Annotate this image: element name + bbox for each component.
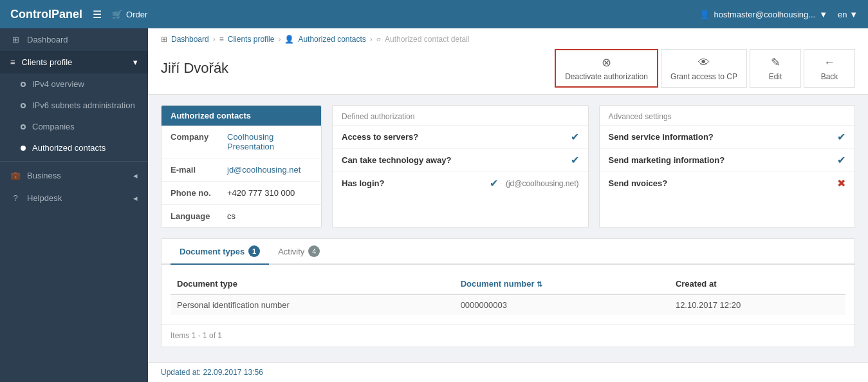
- auth-check-servers: [571, 131, 579, 143]
- helpdesk-icon: ?: [10, 193, 21, 203]
- company-label: Company: [171, 132, 222, 142]
- contact-card: Authorized contacts Company Coolhousing …: [161, 105, 322, 228]
- user-menu[interactable]: 👤 hostmaster@coolhousing... ▼: [699, 10, 827, 19]
- cart-icon: 🛒: [112, 10, 122, 19]
- page-content: Authorized contacts Company Coolhousing …: [148, 95, 868, 362]
- breadcrumb-current: Authorized contact detail: [385, 35, 469, 44]
- auth-label-technology: Can take technology away?: [342, 155, 566, 165]
- sidebar-clients-label: Clients profile: [22, 57, 73, 67]
- advanced-label-service: Send service information?: [609, 132, 833, 142]
- col-doc-type-label: Document type: [177, 279, 237, 289]
- advanced-row-service: Send service information?: [600, 126, 855, 149]
- main-layout: ⊞ Dashboard ≡ Clients profile ▾ IPv4 ove…: [0, 28, 868, 382]
- menu-icon[interactable]: ☰: [93, 8, 102, 21]
- app-logo: ControlPanel: [10, 8, 82, 21]
- sort-icon: ⇅: [537, 280, 542, 288]
- auth-label-servers: Access to servers?: [342, 132, 566, 142]
- breadcrumb-sep1: ›: [213, 35, 216, 44]
- dot-icon: [21, 82, 26, 87]
- document-types-table: Document type Document number⇅ Created a…: [171, 274, 845, 315]
- sidebar-dashboard-label: Dashboard: [27, 35, 68, 44]
- cell-doc-number: 0000000003: [454, 294, 669, 315]
- advanced-row-marketing: Send marketing information?: [600, 149, 855, 172]
- contact-card-body: Company Coolhousing Presentation E-mail …: [162, 126, 321, 227]
- business-chevron-icon: ◂: [133, 171, 138, 180]
- language-selector[interactable]: en ▼: [838, 10, 858, 19]
- advanced-check-service: [837, 131, 845, 143]
- advanced-check-invoices: [837, 177, 845, 189]
- deactivate-label: Deactivate authorization: [565, 72, 648, 81]
- content-top-row: Authorized contacts Company Coolhousing …: [161, 105, 855, 228]
- sidebar-divider: [0, 161, 148, 162]
- helpdesk-chevron-icon: ◂: [133, 193, 138, 203]
- sidebar-ipv6-label: IPv6 subnets administration: [32, 100, 135, 110]
- auth-row-servers: Access to servers?: [333, 126, 588, 149]
- sidebar-item-dashboard[interactable]: ⊞ Dashboard: [0, 28, 148, 51]
- table-row: Personal identification number 000000000…: [171, 294, 845, 315]
- edit-button[interactable]: ✎ Edit: [750, 49, 801, 88]
- top-nav-left: ControlPanel ☰ 🛒 Order: [10, 8, 147, 21]
- order-link[interactable]: 🛒 Order: [112, 10, 147, 19]
- advanced-settings-title: Advanced settings: [600, 106, 855, 126]
- advanced-settings-card: Advanced settings Send service informati…: [599, 105, 856, 228]
- col-doc-number-label: Document number: [461, 279, 535, 289]
- back-button[interactable]: ← Back: [804, 49, 855, 88]
- dot-icon: [21, 103, 26, 108]
- cell-created-at: 12.10.2017 12:20: [669, 294, 845, 315]
- sidebar-authorized-contacts-label: Authorized contacts: [32, 143, 106, 153]
- tab-document-types[interactable]: Document types 1: [171, 239, 269, 265]
- lang-dropdown-icon: ▼: [849, 10, 858, 19]
- breadcrumb-circle-icon: ○: [376, 35, 381, 44]
- contact-company-row: Company Coolhousing Presentation: [162, 126, 321, 158]
- language-value: cs: [227, 211, 235, 221]
- eye-icon: 👁: [698, 56, 710, 70]
- clients-icon: ≡: [10, 57, 15, 67]
- breadcrumb-authorized-contacts[interactable]: Authorized contacts: [298, 35, 365, 44]
- breadcrumb-sep3: ›: [370, 35, 373, 44]
- col-doc-number[interactable]: Document number⇅: [454, 274, 669, 294]
- phone-value: +420 777 310 000: [227, 188, 295, 198]
- col-doc-type: Document type: [171, 274, 454, 294]
- col-created-at: Created at: [669, 274, 845, 294]
- sidebar-business-label: Business: [27, 171, 61, 180]
- defined-auth-title: Defined authorization: [333, 106, 588, 126]
- user-label: hostmaster@coolhousing...: [714, 10, 815, 19]
- tab-document-types-label: Document types: [180, 247, 245, 256]
- tab-document-types-badge: 1: [248, 245, 260, 257]
- sidebar-companies-label: Companies: [32, 122, 75, 131]
- contact-language-row: Language cs: [162, 205, 321, 227]
- deactivate-authorization-button[interactable]: ⊗ Deactivate authorization: [555, 49, 658, 88]
- sidebar-item-helpdesk[interactable]: ? Helpdesk ◂: [0, 187, 148, 209]
- sidebar-item-clients-profile[interactable]: ≡ Clients profile ▾: [0, 51, 148, 73]
- auth-login-note: (jd@coolhousing.net): [506, 179, 579, 188]
- language-label: Language: [171, 211, 222, 221]
- tab-activity-label: Activity: [278, 247, 304, 256]
- dot-icon: [21, 146, 26, 151]
- company-value: Coolhousing Presentation: [227, 132, 312, 151]
- page-title-row: Jiří Dvořák ⊗ Deactivate authorization 👁…: [161, 49, 855, 88]
- page-footer: Updated at: 22.09.2017 13:56: [148, 362, 868, 382]
- advanced-row-invoices: Send nvoices?: [600, 172, 855, 195]
- sidebar-item-companies[interactable]: Companies: [0, 116, 148, 137]
- sidebar-helpdesk-label: Helpdesk: [27, 193, 62, 203]
- breadcrumb-dashboard[interactable]: Dashboard: [171, 35, 209, 44]
- breadcrumb-person-icon: 👤: [284, 35, 294, 44]
- sidebar-item-business[interactable]: 💼 Business ◂: [0, 164, 148, 187]
- sidebar: ⊞ Dashboard ≡ Clients profile ▾ IPv4 ove…: [0, 28, 148, 382]
- cell-doc-type: Personal identification number: [171, 294, 454, 315]
- table-footer: Items 1 - 1 of 1: [162, 324, 854, 347]
- tab-activity[interactable]: Activity 4: [269, 239, 329, 265]
- contact-email-row: E-mail jd@coolhousing.net: [162, 158, 321, 182]
- advanced-label-marketing: Send marketing information?: [609, 155, 833, 165]
- content-area: ⊞ Dashboard › ≡ Clients profile › 👤 Auth…: [148, 28, 868, 382]
- page-header: ⊞ Dashboard › ≡ Clients profile › 👤 Auth…: [148, 28, 868, 95]
- top-navbar: ControlPanel ☰ 🛒 Order 👤 hostmaster@cool…: [0, 0, 868, 28]
- grant-access-button[interactable]: 👁 Grant access to CP: [661, 49, 747, 88]
- breadcrumb-clients-profile[interactable]: Clients profile: [228, 35, 275, 44]
- sidebar-item-ipv6[interactable]: IPv6 subnets administration: [0, 95, 148, 116]
- sidebar-item-authorized-contacts[interactable]: Authorized contacts: [0, 137, 148, 158]
- defined-auth-card: Defined authorization Access to servers?…: [332, 105, 589, 228]
- auth-check-login: [490, 177, 498, 189]
- footer-updated-at: Updated at: 22.09.2017 13:56: [161, 368, 263, 377]
- sidebar-item-ipv4[interactable]: IPv4 overview: [0, 73, 148, 95]
